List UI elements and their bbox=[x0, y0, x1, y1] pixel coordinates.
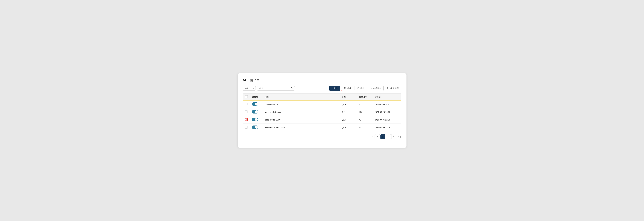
row-tokens: 144 bbox=[357, 108, 372, 116]
row-tokens: 79 bbox=[357, 116, 372, 124]
refresh-button[interactable]: 새로 고침 bbox=[385, 86, 401, 91]
row-tokens: 15 bbox=[357, 100, 372, 108]
toggle-knob bbox=[255, 126, 258, 129]
row-name: api-ticket-list-recent bbox=[263, 108, 340, 116]
table-row: mitre-group-G0005Q&A792024-07-05 22:38 bbox=[243, 116, 401, 124]
row-tokens: 550 bbox=[357, 124, 372, 131]
header-check bbox=[243, 93, 250, 100]
row-name: mitre-technique-T1548 bbox=[263, 124, 340, 131]
table-body: 1password-qnaQ&A152024-07-08 14:27api-ti… bbox=[243, 100, 401, 131]
add-button[interactable]: + 추가 bbox=[329, 86, 340, 91]
row-toggle[interactable] bbox=[252, 110, 258, 114]
row-check-cell bbox=[243, 116, 250, 124]
header-type: 유형 bbox=[340, 93, 357, 100]
header-name: 이름 bbox=[263, 93, 340, 100]
row-name: mitre-group-G0005 bbox=[263, 116, 340, 124]
svg-line-1 bbox=[292, 89, 293, 89]
copy-icon bbox=[344, 87, 346, 89]
search-button[interactable] bbox=[289, 86, 294, 90]
row-check-cell bbox=[243, 100, 250, 108]
search-input[interactable] bbox=[257, 86, 289, 90]
header-date: 수정일 bbox=[372, 93, 401, 100]
header-checkbox[interactable] bbox=[245, 95, 248, 98]
pagination-total: 4 건 bbox=[398, 135, 401, 138]
search-icon bbox=[290, 87, 293, 89]
row-toggle[interactable] bbox=[252, 118, 258, 121]
toolbar-right: + 추가 복제 삭제 다운로드 bbox=[329, 86, 401, 91]
row-toggle[interactable] bbox=[252, 102, 258, 106]
row-type: Q&A bbox=[340, 124, 357, 131]
data-table: 활성화 이름 유형 토큰 개수 수정일 1password-qnaQ&A1520… bbox=[243, 93, 401, 131]
row-type: Q&A bbox=[340, 100, 357, 108]
header-active: 활성화 bbox=[250, 93, 263, 100]
row-toggle[interactable] bbox=[252, 126, 258, 129]
pagination-first[interactable]: « bbox=[370, 134, 374, 139]
table-header-row: 활성화 이름 유형 토큰 개수 수정일 bbox=[243, 93, 401, 100]
row-name: 1password-qna bbox=[263, 100, 340, 108]
main-card: AI 프롬프트 유형 Q&A 액션 + 추가 bbox=[238, 73, 406, 148]
toggle-knob bbox=[255, 110, 258, 113]
row-type: Q&A bbox=[340, 116, 357, 124]
pagination-current[interactable]: 1 bbox=[380, 134, 385, 139]
toolbar-left: 유형 Q&A 액션 bbox=[243, 86, 295, 91]
row-check-cell bbox=[243, 124, 250, 131]
row-date: 2024-06-20 16:20 bbox=[372, 108, 401, 116]
delete-button[interactable]: 삭제 bbox=[354, 86, 366, 91]
row-date: 2024-07-08 14:27 bbox=[372, 100, 401, 108]
row-type: 액션 bbox=[340, 108, 357, 116]
pagination-prev[interactable]: ‹ bbox=[375, 134, 380, 139]
download-icon bbox=[370, 87, 372, 89]
table-row: 1password-qnaQ&A152024-07-08 14:27 bbox=[243, 100, 401, 108]
header-tokens: 토큰 개수 bbox=[357, 93, 372, 100]
table-row: mitre-technique-T1548Q&A5502024-07-05 23… bbox=[243, 124, 401, 131]
type-select[interactable]: 유형 Q&A 액션 bbox=[243, 86, 256, 91]
pagination: « ‹ 1 › » 4 건 bbox=[243, 134, 401, 139]
delete-icon bbox=[357, 87, 359, 89]
row-date: 2024-07-05 22:38 bbox=[372, 116, 401, 124]
copy-button[interactable]: 복제 bbox=[341, 86, 354, 91]
row-checkbox[interactable] bbox=[245, 110, 248, 113]
search-wrap bbox=[257, 86, 295, 91]
table-row: api-ticket-list-recent액션1442024-06-20 16… bbox=[243, 108, 401, 116]
page-title: AI 프롬프트 bbox=[243, 78, 401, 82]
toggle-knob bbox=[255, 103, 258, 105]
refresh-icon bbox=[387, 87, 390, 89]
row-active-cell bbox=[250, 100, 263, 108]
row-checkbox[interactable] bbox=[245, 103, 248, 105]
download-button[interactable]: 다운로드 bbox=[368, 86, 384, 91]
row-active-cell bbox=[250, 124, 263, 131]
row-check-cell bbox=[243, 108, 250, 116]
row-active-cell bbox=[250, 116, 263, 124]
data-table-wrap: 활성화 이름 유형 토큰 개수 수정일 1password-qnaQ&A1520… bbox=[243, 93, 401, 131]
row-checkbox[interactable] bbox=[245, 118, 248, 121]
svg-rect-2 bbox=[344, 88, 346, 89]
row-active-cell bbox=[250, 108, 263, 116]
pagination-last[interactable]: » bbox=[391, 134, 396, 139]
toolbar: 유형 Q&A 액션 + 추가 복제 bbox=[243, 86, 401, 91]
toggle-knob bbox=[255, 118, 258, 121]
row-checkbox[interactable] bbox=[245, 126, 248, 129]
row-date: 2024-07-05 23:19 bbox=[372, 124, 401, 131]
pagination-next[interactable]: › bbox=[386, 134, 391, 139]
